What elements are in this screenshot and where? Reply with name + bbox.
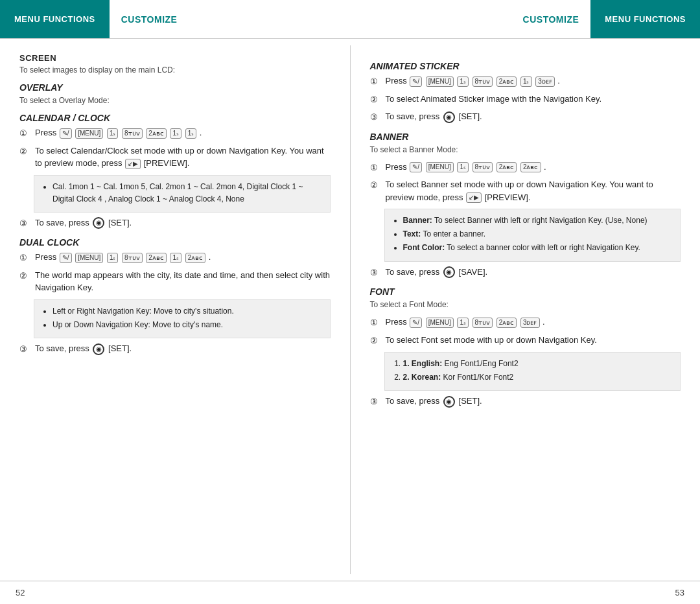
- dual-key-5: 2ᴀʙᴄ: [185, 253, 206, 263]
- menu-functions-left[interactable]: MENU FUNCTIONS: [0, 0, 110, 38]
- cal-clock-title: CALENDAR / CLOCK: [19, 113, 331, 123]
- header-right: CUSTOMIZE MENU FUNCTIONS: [350, 0, 700, 38]
- screen-title: SCREEN: [19, 53, 331, 63]
- anim-set-icon: ◉: [443, 111, 455, 123]
- cal-key-1: 1ₛ: [107, 128, 119, 139]
- dual-press-label: Press: [35, 252, 59, 262]
- anim-steps: ① Press ✎/ [MENU] 1ₛ 8ᴛᴜᴠ 2ᴀʙᴄ 1ₛ 3ᴅᴇꜰ .: [370, 75, 681, 124]
- dual-menu-badge: [MENU]: [75, 253, 103, 263]
- cal-bullet-1: Cal. 1mon 1 ~ Cal. 1mon 5, Cal. 2mon 1 ~…: [52, 181, 322, 205]
- screen-section: SCREEN To select images to display on th…: [19, 53, 331, 75]
- cal-period: .: [200, 128, 202, 137]
- banner-key-1: 1ₛ: [457, 162, 469, 172]
- dual-step-1: ① Press ✎/ [MENU] 1ₛ 8ᴛᴜᴠ 2ᴀʙᴄ 1ₛ 2ᴀʙᴄ .: [19, 251, 331, 264]
- anim-step-content-2: To select Animated Sticker image with th…: [386, 93, 681, 106]
- dual-bullet-box: Left or Right Navigation Key: Move to ci…: [34, 299, 331, 338]
- banner-section: BANNER To select a Banner Mode: ① Press …: [370, 132, 681, 279]
- font-title: FONT: [370, 286, 681, 297]
- dual-step-num-3: ③: [19, 343, 32, 356]
- banner-bullet-box: Banner: To select Banner with left or ri…: [384, 209, 681, 262]
- cal-step-1: ① Press ✎/ [MENU] 1ₛ 8ᴛᴜᴠ 2ᴀʙᴄ 1ₛ 1ₛ .: [19, 126, 331, 140]
- right-column: ANIMATED STICKER ① Press ✎/ [MENU] 1ₛ 8ᴛ…: [351, 39, 701, 581]
- font-key-1: 1ₛ: [457, 318, 469, 328]
- font-numbered-1: 1. English: Eng Font1/Eng Font2: [403, 358, 673, 370]
- banner-bullet-3: Font Color: To select a banner color wit…: [403, 242, 673, 254]
- font-step-num-1: ①: [370, 316, 383, 329]
- font-numbered-list: 1. English: Eng Font1/Eng Font2 2. Korea…: [384, 352, 681, 391]
- banner-menu-badge: [MENU]: [426, 162, 454, 172]
- anim-step-num-1: ①: [370, 75, 383, 88]
- anim-key-2: 8ᴛᴜᴠ: [472, 76, 493, 87]
- dual-key-4: 1ₛ: [170, 253, 181, 263]
- dual-clock-title: DUAL CLOCK: [19, 237, 331, 248]
- font-set-icon: ◉: [443, 396, 455, 408]
- font-step-content-3: To save, press ◉ [SET].: [386, 395, 681, 408]
- menu-functions-right[interactable]: MENU FUNCTIONS: [590, 0, 700, 38]
- dual-step-content-1: Press ✎/ [MENU] 1ₛ 8ᴛᴜᴠ 2ᴀʙᴄ 1ₛ 2ᴀʙᴄ .: [35, 251, 331, 264]
- header-left: MENU FUNCTIONS CUSTOMIZE: [0, 0, 350, 38]
- customize-right[interactable]: CUSTOMIZE: [511, 14, 591, 25]
- overlay-desc: To select a Overlay Mode:: [19, 96, 331, 105]
- anim-key-1: 1ₛ: [457, 76, 469, 87]
- anim-step-num-3: ③: [370, 111, 383, 124]
- cal-key-4: 1ₛ: [170, 128, 181, 139]
- cal-step-3: ③ To save, press ◉ [SET].: [19, 216, 331, 230]
- overlay-title: OVERLAY: [19, 82, 331, 93]
- anim-step-num-2: ②: [370, 93, 383, 106]
- dual-set-icon: ◉: [93, 343, 104, 355]
- font-steps: ① Press ✎/ [MENU] 1ₛ 8ᴛᴜᴠ 2ᴀʙᴄ 3ᴅᴇꜰ . ②: [370, 316, 681, 347]
- cal-clock-section: CALENDAR / CLOCK ① Press ✎/ [MENU] 1ₛ 8ᴛ…: [19, 113, 331, 229]
- banner-key-4: 2ᴀʙᴄ: [520, 162, 541, 172]
- dual-step-num-2: ②: [19, 270, 32, 283]
- cal-menu-icon: ✎/: [60, 128, 72, 139]
- banner-step-num-1: ①: [370, 161, 383, 174]
- animated-sticker-title: ANIMATED STICKER: [370, 61, 681, 71]
- font-step-1: ① Press ✎/ [MENU] 1ₛ 8ᴛᴜᴠ 2ᴀʙᴄ 3ᴅᴇꜰ .: [370, 316, 681, 329]
- dual-bullet-1: Left or Right Navigation Key: Move to ci…: [52, 305, 322, 318]
- anim-key-4: 1ₛ: [520, 76, 532, 87]
- page-number-left: 52: [16, 588, 25, 598]
- font-key-2: 8ᴛᴜᴠ: [472, 318, 493, 328]
- banner-steps: ① Press ✎/ [MENU] 1ₛ 8ᴛᴜᴠ 2ᴀʙᴄ 2ᴀʙᴄ . ②: [370, 161, 681, 204]
- cal-step-num-3: ③: [19, 217, 32, 230]
- banner-step-1: ① Press ✎/ [MENU] 1ₛ 8ᴛᴜᴠ 2ᴀʙᴄ 2ᴀʙᴄ .: [370, 161, 681, 174]
- cal-step-num-1: ①: [19, 127, 32, 140]
- dual-period: .: [209, 252, 211, 262]
- overlay-section: OVERLAY To select a Overlay Mode:: [19, 82, 331, 105]
- cal-steps: ① Press ✎/ [MENU] 1ₛ 8ᴛᴜᴠ 2ᴀʙᴄ 1ₛ 1ₛ .: [19, 126, 331, 170]
- font-numbered-2: 2. Korean: Kor Font1/Kor Font2: [403, 371, 673, 384]
- anim-step-content-3: To save, press ◉ [SET].: [386, 110, 681, 123]
- anim-key-3: 2ᴀʙᴄ: [496, 76, 517, 87]
- banner-step-num-3: ③: [370, 266, 383, 279]
- footer: 52 53: [0, 581, 700, 604]
- banner-step-num-2: ②: [370, 179, 383, 192]
- dual-step-content-2: The world map appears with the city, its…: [35, 269, 331, 294]
- animated-sticker-section: ANIMATED STICKER ① Press ✎/ [MENU] 1ₛ 8ᴛ…: [370, 61, 681, 124]
- banner-step-content-3: To save, press ◉ [SAVE].: [386, 266, 681, 279]
- dual-key-3: 2ᴀʙᴄ: [146, 253, 167, 263]
- cal-key-5: 1ₛ: [185, 128, 197, 139]
- cal-press-label: Press: [35, 128, 59, 137]
- font-step-content-1: Press ✎/ [MENU] 1ₛ 8ᴛᴜᴠ 2ᴀʙᴄ 3ᴅᴇꜰ .: [386, 316, 681, 329]
- anim-key-5: 3ᴅᴇꜰ: [535, 76, 555, 87]
- screen-desc: To select images to display on the main …: [19, 65, 331, 75]
- anim-menu-icon: ✎/: [410, 76, 422, 87]
- font-step-content-2: To select Font set mode with up or down …: [386, 334, 681, 347]
- banner-desc: To select a Banner Mode:: [370, 145, 681, 154]
- anim-menu-badge: [MENU]: [426, 76, 454, 87]
- font-menu-icon: ✎/: [410, 318, 422, 328]
- font-step-num-3: ③: [370, 395, 383, 408]
- dual-key-2: 8ᴛᴜᴠ: [122, 253, 143, 263]
- banner-key-3: 2ᴀʙᴄ: [496, 162, 517, 172]
- header: MENU FUNCTIONS CUSTOMIZE CUSTOMIZE MENU …: [0, 0, 700, 39]
- font-step-3: ③ To save, press ◉ [SET].: [370, 395, 681, 408]
- dual-step-num-1: ①: [19, 251, 32, 264]
- cal-bullet-box: Cal. 1mon 1 ~ Cal. 1mon 5, Cal. 2mon 1 ~…: [34, 175, 331, 213]
- font-menu-badge: [MENU]: [426, 318, 454, 328]
- banner-step-content-1: Press ✎/ [MENU] 1ₛ 8ᴛᴜᴠ 2ᴀʙᴄ 2ᴀʙᴄ .: [386, 161, 681, 174]
- cal-key-3: 2ᴀʙᴄ: [146, 128, 167, 139]
- cal-step-content-2: To select Calendar/Clock set mode with u…: [35, 145, 331, 170]
- content-area: SCREEN To select images to display on th…: [0, 39, 700, 581]
- customize-left[interactable]: CUSTOMIZE: [110, 14, 189, 25]
- cal-set-icon: ◉: [93, 217, 104, 229]
